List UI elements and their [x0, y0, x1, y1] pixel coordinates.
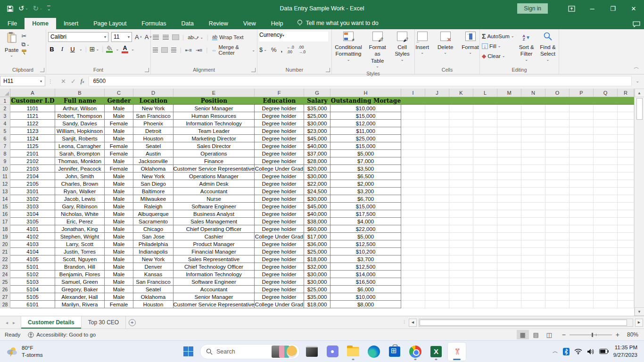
cell-H5[interactable]: $11,000 — [330, 127, 401, 135]
wifi-icon[interactable] — [574, 348, 582, 354]
cell-M19[interactable] — [497, 233, 521, 240]
cell-F6[interactable]: Degree holder — [255, 135, 304, 142]
cell-E25[interactable]: Software Engineer — [173, 278, 255, 286]
cell-G25[interactable]: $30,000 — [304, 278, 330, 286]
cell-K26[interactable] — [449, 286, 473, 293]
delete-cells-button[interactable]: ✕ Delete ⌄ — [435, 31, 456, 56]
cell-G8[interactable]: $37,000 — [304, 150, 330, 157]
cell-G7[interactable]: $40,000 — [304, 142, 330, 150]
cell-B19[interactable]: Stephen, Wright — [55, 233, 105, 240]
cell-E1[interactable]: Position — [173, 97, 255, 105]
cell-R2[interactable] — [618, 105, 634, 112]
cell-N7[interactable] — [521, 142, 545, 150]
cell-K28[interactable] — [449, 301, 473, 308]
cell-N18[interactable] — [521, 225, 545, 233]
cell-Q25[interactable] — [594, 278, 618, 286]
cell-J25[interactable] — [425, 278, 449, 286]
increase-indent-icon[interactable]: ⇥≡ — [196, 48, 202, 53]
cell-F26[interactable]: Degree holder — [255, 286, 304, 293]
cell-B1[interactable]: Full name — [55, 97, 105, 105]
column-header-P[interactable]: P — [570, 89, 594, 97]
cell-C18[interactable]: Male — [105, 225, 133, 233]
cell-P27[interactable] — [570, 293, 594, 301]
cell-A10[interactable]: 2103 — [10, 165, 55, 173]
cell-M18[interactable] — [497, 225, 521, 233]
cell-P28[interactable] — [570, 301, 594, 308]
tab-insert[interactable]: Insert — [56, 18, 86, 29]
tell-me-box[interactable]: Tell me what you want to do — [290, 17, 385, 29]
cell-L4[interactable] — [473, 120, 497, 127]
cell-K9[interactable] — [449, 157, 473, 165]
cell-G6[interactable]: $45,000 — [304, 135, 330, 142]
decrease-indent-icon[interactable]: ⇤≡ — [185, 48, 192, 53]
cell-R3[interactable] — [618, 112, 634, 120]
cell-O16[interactable] — [545, 210, 570, 218]
cell-H26[interactable]: $6,000 — [330, 286, 401, 293]
cell-H18[interactable]: $22,000 — [330, 225, 401, 233]
cell-C14[interactable]: Male — [105, 195, 133, 203]
row-header-5[interactable]: 5 — [0, 127, 10, 135]
cell-F11[interactable]: Degree holder — [255, 173, 304, 180]
cell-N26[interactable] — [521, 286, 545, 293]
cell-L23[interactable] — [473, 263, 497, 271]
cell-R19[interactable] — [618, 233, 634, 240]
cell-P2[interactable] — [570, 105, 594, 112]
cell-Q28[interactable] — [594, 301, 618, 308]
column-header-M[interactable]: M — [497, 89, 521, 97]
cell-R20[interactable] — [618, 240, 634, 248]
vertical-scroll-thumb[interactable] — [636, 98, 643, 120]
cell-B23[interactable]: Brandon, Hill — [55, 263, 105, 271]
cell-C15[interactable]: Male — [105, 203, 133, 210]
cell-A26[interactable]: 5104 — [10, 286, 55, 293]
cell-Q1[interactable] — [594, 97, 618, 105]
sheet-tab-top-30-ceo[interactable]: Top 30 CEO — [82, 316, 126, 329]
cell-I18[interactable] — [401, 225, 425, 233]
cell-F19[interactable]: College Under Grad — [255, 233, 304, 240]
cell-N13[interactable] — [521, 188, 545, 195]
teams-icon[interactable]: ⏺ — [323, 343, 341, 361]
cell-R21[interactable] — [618, 248, 634, 255]
cell-B5[interactable]: William, Hopkinson — [55, 127, 105, 135]
cell-J7[interactable] — [425, 142, 449, 150]
excel-taskbar-icon[interactable]: X — [427, 343, 445, 361]
cell-I19[interactable] — [401, 233, 425, 240]
cell-M7[interactable] — [497, 142, 521, 150]
cell-B6[interactable]: Sanjit, Roberts — [55, 135, 105, 142]
align-middle-icon[interactable] — [163, 35, 169, 40]
cell-H9[interactable]: $7,000 — [330, 157, 401, 165]
cell-H27[interactable]: $10,000 — [330, 293, 401, 301]
cell-M27[interactable] — [497, 293, 521, 301]
start-button[interactable] — [179, 343, 197, 361]
format-as-table-button[interactable]: 🖉 Format as Table ⌄ — [365, 31, 390, 70]
cell-A23[interactable]: 5101 — [10, 263, 55, 271]
cell-G12[interactable]: $22,000 — [304, 180, 330, 188]
sheet-tab-customer-details[interactable]: Customer Details — [21, 316, 82, 329]
cell-Q9[interactable] — [594, 157, 618, 165]
insert-function-icon[interactable]: fx — [81, 77, 84, 85]
cell-O22[interactable] — [545, 255, 570, 263]
cell-C2[interactable]: Male — [105, 105, 133, 112]
cell-O13[interactable] — [545, 188, 570, 195]
cell-F22[interactable]: Degree holder — [255, 255, 304, 263]
cell-J14[interactable] — [425, 195, 449, 203]
cell-C28[interactable]: Female — [105, 301, 133, 308]
sheet-nav-right-icon[interactable]: ▸ — [13, 320, 15, 325]
zoom-slider-thumb[interactable] — [592, 333, 593, 337]
autosum-button[interactable]: Σ AutoSum ⌄ — [482, 32, 514, 41]
cell-O15[interactable] — [545, 203, 570, 210]
cell-C27[interactable]: Male — [105, 293, 133, 301]
cell-Q14[interactable] — [594, 195, 618, 203]
cell-A15[interactable]: 3103 — [10, 203, 55, 210]
cell-N20[interactable] — [521, 240, 545, 248]
cell-C23[interactable]: Male — [105, 263, 133, 271]
cell-B13[interactable]: Ryan, Walker — [55, 188, 105, 195]
scroll-right-icon[interactable]: ▶ — [635, 319, 643, 327]
cell-R24[interactable] — [618, 271, 634, 278]
enter-formula-icon[interactable]: ✓ — [71, 78, 76, 85]
vertical-scrollbar[interactable]: ▲ ▼ — [634, 89, 644, 316]
zoom-in-icon[interactable]: + — [616, 331, 619, 338]
cell-B25[interactable]: Samuel, Green — [55, 278, 105, 286]
zoom-slider[interactable] — [570, 335, 612, 335]
cell-H15[interactable]: $15,000 — [330, 203, 401, 210]
cell-B17[interactable]: Eric, Perez — [55, 218, 105, 225]
